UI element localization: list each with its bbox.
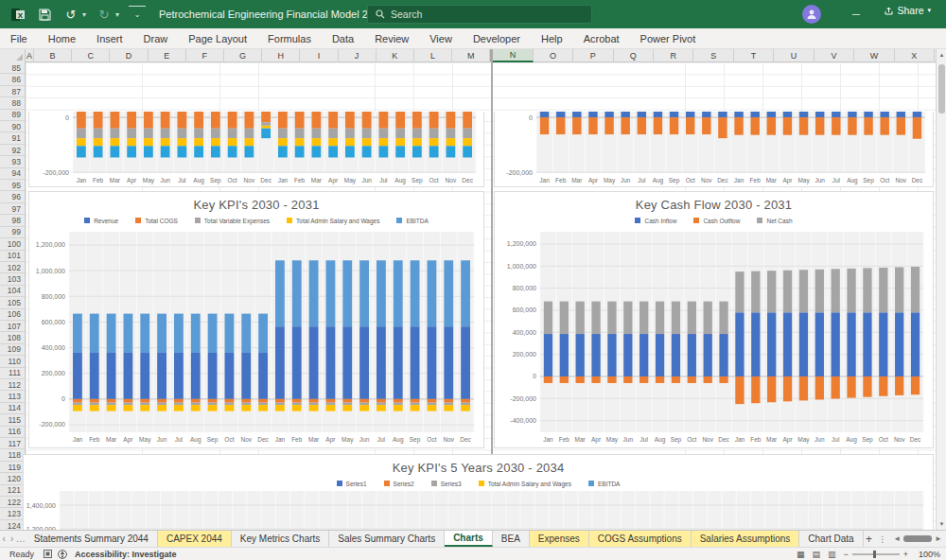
bar-segment[interactable] bbox=[815, 312, 824, 376]
bar-segment[interactable] bbox=[604, 112, 613, 117]
bar-segment[interactable] bbox=[672, 302, 680, 334]
vertical-scroll-thumb[interactable] bbox=[938, 64, 945, 114]
bar-segment[interactable] bbox=[90, 405, 99, 411]
bar-segment[interactable] bbox=[275, 403, 285, 405]
bar-segment[interactable] bbox=[157, 353, 166, 399]
bar-segment[interactable] bbox=[544, 376, 552, 383]
bar-segment[interactable] bbox=[444, 405, 453, 411]
bar-segment[interactable] bbox=[244, 117, 254, 129]
bar-segment[interactable] bbox=[225, 314, 235, 353]
ribbon-tab-formulas[interactable]: Formulas bbox=[257, 28, 322, 49]
bar-segment[interactable] bbox=[686, 117, 694, 134]
bar-segment[interactable] bbox=[127, 138, 136, 146]
bar-segment[interactable] bbox=[94, 146, 103, 157]
bar-segment[interactable] bbox=[211, 129, 220, 138]
bar-segment[interactable] bbox=[767, 112, 776, 117]
bar-segment[interactable] bbox=[702, 117, 710, 134]
column-header-U[interactable]: U bbox=[774, 49, 814, 62]
bar-segment[interactable] bbox=[672, 334, 680, 376]
bar-segment[interactable] bbox=[191, 405, 201, 411]
bar-segment[interactable] bbox=[394, 326, 403, 399]
ribbon-tab-data[interactable]: Data bbox=[322, 28, 364, 49]
bar-segment[interactable] bbox=[446, 138, 455, 146]
bar-segment[interactable] bbox=[411, 403, 420, 405]
row-header-111[interactable]: 111 bbox=[0, 368, 25, 379]
bar-segment[interactable] bbox=[311, 117, 321, 129]
bar-segment[interactable] bbox=[328, 146, 338, 157]
sheet-tab-cogs-assumptions[interactable]: COGS Assumptions bbox=[589, 531, 692, 547]
sheet-tab-chart-data[interactable]: Chart Data bbox=[799, 531, 863, 547]
column-header-A[interactable]: A bbox=[26, 49, 34, 62]
bar-segment[interactable] bbox=[395, 146, 405, 157]
bar-segment[interactable] bbox=[863, 268, 871, 312]
sheet-tab-salaries-assumptions[interactable]: Salaries Assumptions bbox=[692, 531, 800, 547]
bar-segment[interactable] bbox=[913, 112, 921, 117]
bar-segment[interactable] bbox=[576, 302, 585, 334]
bar-segment[interactable] bbox=[73, 403, 82, 405]
bar-segment[interactable] bbox=[124, 399, 133, 403]
bar-segment[interactable] bbox=[140, 314, 149, 353]
row-header-85[interactable]: 85 bbox=[0, 62, 25, 74]
bar-segment[interactable] bbox=[895, 267, 903, 312]
bar-segment[interactable] bbox=[278, 129, 288, 138]
page-layout-view-icon[interactable]: ▤ bbox=[812, 550, 820, 559]
bar-segment[interactable] bbox=[194, 138, 203, 146]
save-icon[interactable] bbox=[36, 6, 53, 23]
bar-segment[interactable] bbox=[446, 129, 455, 138]
bar-segment[interactable] bbox=[588, 112, 597, 117]
bar-segment[interactable] bbox=[623, 302, 632, 334]
bar-segment[interactable] bbox=[572, 117, 581, 134]
chart-kpi-cropped-left[interactable]: 0-200,000JanFebMarAprMayJunJulAugSepOctN… bbox=[28, 112, 484, 187]
bar-segment[interactable] bbox=[444, 260, 453, 326]
bar-segment[interactable] bbox=[688, 302, 696, 334]
bar-segment[interactable] bbox=[73, 353, 82, 399]
bar-segment[interactable] bbox=[90, 399, 99, 403]
column-header-C[interactable]: C bbox=[72, 49, 110, 62]
bar-segment[interactable] bbox=[751, 271, 760, 313]
bar-segment[interactable] bbox=[292, 326, 302, 399]
row-header-102[interactable]: 102 bbox=[0, 262, 25, 273]
sheet-nav-prev-icon[interactable]: ‹ bbox=[0, 531, 8, 547]
bar-segment[interactable] bbox=[463, 129, 472, 138]
bar-segment[interactable] bbox=[157, 403, 166, 405]
bar-segment[interactable] bbox=[278, 146, 288, 157]
bar-segment[interactable] bbox=[275, 326, 285, 399]
bar-segment[interactable] bbox=[127, 129, 136, 138]
row-header-112[interactable]: 112 bbox=[0, 379, 25, 391]
bar-segment[interactable] bbox=[342, 403, 352, 405]
bar-segment[interactable] bbox=[127, 112, 136, 117]
bar-segment[interactable] bbox=[191, 403, 201, 405]
vertical-scrollbar[interactable]: ▲ ▼ bbox=[936, 49, 946, 530]
macro-record-icon[interactable] bbox=[44, 550, 52, 558]
bar-segment[interactable] bbox=[295, 112, 305, 117]
bar-segment[interactable] bbox=[177, 117, 186, 129]
bar-segment[interactable] bbox=[326, 403, 336, 405]
bar-segment[interactable] bbox=[864, 112, 872, 117]
bar-segment[interactable] bbox=[897, 117, 905, 135]
bar-segment[interactable] bbox=[913, 117, 921, 139]
bar-segment[interactable] bbox=[429, 146, 439, 157]
bar-segment[interactable] bbox=[144, 117, 153, 129]
bar-segment[interactable] bbox=[847, 269, 855, 312]
bar-segment[interactable] bbox=[94, 129, 103, 138]
bar-segment[interactable] bbox=[623, 376, 632, 383]
bar-segment[interactable] bbox=[295, 146, 305, 157]
bar-segment[interactable] bbox=[560, 376, 569, 383]
row-header-87[interactable]: 87 bbox=[0, 86, 25, 97]
sheet-tab-expenses[interactable]: Expenses bbox=[530, 531, 589, 547]
zoom-handle[interactable] bbox=[873, 551, 876, 558]
bar-segment[interactable] bbox=[261, 129, 271, 138]
bar-segment[interactable] bbox=[897, 112, 905, 117]
bar-segment[interactable] bbox=[895, 376, 903, 395]
bar-segment[interactable] bbox=[161, 138, 170, 146]
bar-segment[interactable] bbox=[258, 353, 268, 399]
excel-logo-icon[interactable]: X bbox=[9, 6, 26, 23]
row-header-95[interactable]: 95 bbox=[0, 180, 25, 191]
row-header-98[interactable]: 98 bbox=[0, 215, 25, 226]
bar-segment[interactable] bbox=[94, 117, 103, 129]
bar-segment[interactable] bbox=[848, 117, 856, 135]
ribbon-tab-view[interactable]: View bbox=[419, 28, 463, 49]
normal-view-icon[interactable]: ▦ bbox=[797, 550, 805, 559]
ribbon-tab-developer[interactable]: Developer bbox=[463, 28, 531, 49]
zoom-slider[interactable]: − + bbox=[843, 550, 908, 559]
